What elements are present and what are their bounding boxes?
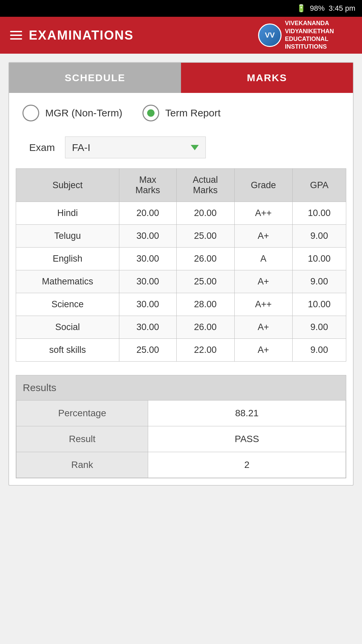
main-content: SCHEDULE MARKS MGR (Non-Term) Term Repor… bbox=[0, 54, 362, 494]
cell-grade-3: A+ bbox=[234, 270, 292, 293]
result-row: Rank 2 bbox=[16, 452, 346, 478]
radio-non-term-inner bbox=[27, 109, 35, 117]
cell-subject-2: English bbox=[16, 248, 119, 270]
exam-dropdown[interactable]: FA-I bbox=[65, 137, 206, 158]
col-gpa: GPA bbox=[292, 169, 346, 202]
cell-gpa-1: 9.00 bbox=[292, 225, 346, 248]
cell-grade-2: A bbox=[234, 248, 292, 270]
cell-max-2: 30.00 bbox=[119, 248, 176, 270]
cell-gpa-6: 9.00 bbox=[292, 339, 346, 362]
status-bar: 🔋 98% 3:45 pm bbox=[0, 0, 362, 17]
cell-max-0: 20.00 bbox=[119, 202, 176, 225]
cell-actual-3: 25.00 bbox=[176, 270, 234, 293]
cell-grade-4: A++ bbox=[234, 293, 292, 316]
result-label-1: Result bbox=[16, 426, 148, 452]
exam-dropdown-value: FA-I bbox=[72, 142, 90, 153]
institution-name: VIVEKANANDA VIDYANIKETHAN EDUCATIONAL IN… bbox=[285, 19, 352, 51]
tab-marks-label: MARKS bbox=[247, 72, 287, 84]
col-max-marks: MaxMarks bbox=[119, 169, 176, 202]
radio-section: MGR (Non-Term) Term Report bbox=[9, 93, 353, 133]
app-title: EXAMINATIONS bbox=[29, 28, 134, 43]
cell-gpa-3: 9.00 bbox=[292, 270, 346, 293]
cell-subject-4: Science bbox=[16, 293, 119, 316]
cell-actual-0: 20.00 bbox=[176, 202, 234, 225]
tabs-container: SCHEDULE MARKS bbox=[9, 63, 353, 93]
institution-line1: VIVEKANANDA VIDYANIKETHAN bbox=[285, 19, 352, 35]
radio-non-term-label: MGR (Non-Term) bbox=[45, 107, 122, 119]
radio-non-term[interactable]: MGR (Non-Term) bbox=[22, 105, 122, 121]
exam-label: Exam bbox=[29, 142, 55, 153]
cell-gpa-5: 9.00 bbox=[292, 316, 346, 339]
cell-gpa-0: 10.00 bbox=[292, 202, 346, 225]
cell-max-4: 30.00 bbox=[119, 293, 176, 316]
cell-max-6: 25.00 bbox=[119, 339, 176, 362]
table-row: Mathematics 30.00 25.00 A+ 9.00 bbox=[16, 270, 346, 293]
col-subject: Subject bbox=[16, 169, 119, 202]
cell-gpa-2: 10.00 bbox=[292, 248, 346, 270]
result-value-2: 2 bbox=[148, 452, 346, 478]
status-icons: 🔋 bbox=[297, 4, 306, 13]
cell-actual-5: 26.00 bbox=[176, 316, 234, 339]
institution-line2: EDUCATIONAL INSTITUTIONS bbox=[285, 35, 352, 51]
table-row: Telugu 30.00 25.00 A+ 9.00 bbox=[16, 225, 346, 248]
cell-max-5: 30.00 bbox=[119, 316, 176, 339]
cell-max-3: 30.00 bbox=[119, 270, 176, 293]
battery-percent: 98% bbox=[310, 4, 324, 13]
tab-marks[interactable]: MARKS bbox=[181, 63, 353, 93]
app-bar-right: VV VIVEKANANDA VIDYANIKETHAN EDUCATIONAL… bbox=[258, 19, 352, 51]
results-table: Percentage 88.21 Result PASS Rank 2 bbox=[16, 400, 346, 478]
cell-subject-6: soft skills bbox=[16, 339, 119, 362]
tab-schedule[interactable]: SCHEDULE bbox=[9, 63, 181, 93]
cell-subject-5: Social bbox=[16, 316, 119, 339]
main-card: SCHEDULE MARKS MGR (Non-Term) Term Repor… bbox=[8, 62, 354, 486]
radio-non-term-button[interactable] bbox=[22, 105, 39, 121]
result-row: Percentage 88.21 bbox=[16, 400, 346, 426]
results-table-body: Percentage 88.21 Result PASS Rank 2 bbox=[16, 400, 346, 478]
result-label-2: Rank bbox=[16, 452, 148, 478]
cell-subject-1: Telugu bbox=[16, 225, 119, 248]
table-row: Social 30.00 26.00 A+ 9.00 bbox=[16, 316, 346, 339]
radio-term-report-inner bbox=[147, 109, 155, 117]
result-row: Result PASS bbox=[16, 426, 346, 452]
cell-subject-3: Mathematics bbox=[16, 270, 119, 293]
table-row: soft skills 25.00 22.00 A+ 9.00 bbox=[16, 339, 346, 362]
cell-grade-0: A++ bbox=[234, 202, 292, 225]
cell-grade-1: A+ bbox=[234, 225, 292, 248]
table-row: Science 30.00 28.00 A++ 10.00 bbox=[16, 293, 346, 316]
marks-table-body: Hindi 20.00 20.00 A++ 10.00 Telugu 30.00… bbox=[16, 202, 346, 362]
app-bar-left: EXAMINATIONS bbox=[10, 28, 134, 43]
cell-subject-0: Hindi bbox=[16, 202, 119, 225]
cell-grade-5: A+ bbox=[234, 316, 292, 339]
radio-term-report-label: Term Report bbox=[165, 107, 221, 119]
marks-table: Subject MaxMarks ActualMarks Grade GPA H… bbox=[16, 168, 346, 362]
radio-term-report-button[interactable] bbox=[142, 105, 159, 121]
cell-grade-6: A+ bbox=[234, 339, 292, 362]
dropdown-arrow-icon bbox=[191, 145, 199, 150]
radio-term-report[interactable]: Term Report bbox=[142, 105, 221, 121]
col-grade: Grade bbox=[234, 169, 292, 202]
result-label-0: Percentage bbox=[16, 400, 148, 426]
cell-actual-4: 28.00 bbox=[176, 293, 234, 316]
results-header: Results bbox=[16, 375, 346, 400]
cell-actual-6: 22.00 bbox=[176, 339, 234, 362]
cell-max-1: 30.00 bbox=[119, 225, 176, 248]
cell-actual-1: 25.00 bbox=[176, 225, 234, 248]
status-time: 3:45 pm bbox=[329, 4, 356, 13]
result-value-0: 88.21 bbox=[148, 400, 346, 426]
result-value-1: PASS bbox=[148, 426, 346, 452]
cell-actual-2: 26.00 bbox=[176, 248, 234, 270]
app-bar: EXAMINATIONS VV VIVEKANANDA VIDYANIKETHA… bbox=[0, 17, 362, 54]
exam-selector: Exam FA-I bbox=[9, 133, 353, 168]
tab-schedule-label: SCHEDULE bbox=[65, 72, 125, 84]
hamburger-icon[interactable] bbox=[10, 31, 22, 40]
table-row: English 30.00 26.00 A 10.00 bbox=[16, 248, 346, 270]
marks-table-wrapper: Subject MaxMarks ActualMarks Grade GPA H… bbox=[9, 168, 353, 368]
table-row: Hindi 20.00 20.00 A++ 10.00 bbox=[16, 202, 346, 225]
table-header-row: Subject MaxMarks ActualMarks Grade GPA bbox=[16, 169, 346, 202]
col-actual-marks: ActualMarks bbox=[176, 169, 234, 202]
cell-gpa-4: 10.00 bbox=[292, 293, 346, 316]
institution-logo: VV bbox=[258, 23, 282, 47]
results-section: Results Percentage 88.21 Result PASS Ran… bbox=[16, 375, 346, 478]
